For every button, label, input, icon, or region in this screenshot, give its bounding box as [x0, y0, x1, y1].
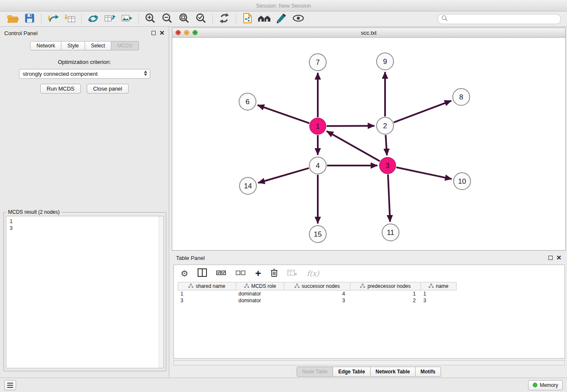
graph-node-label: 10 — [458, 177, 466, 185]
network-from-table-button[interactable] — [102, 13, 118, 25]
memory-label: Memory — [540, 382, 558, 388]
float-panel-icon[interactable] — [548, 256, 553, 260]
home-icon — [257, 13, 272, 25]
column-type-icon — [295, 283, 300, 289]
show-columns-button[interactable] — [198, 268, 207, 279]
result-scrollbar[interactable] — [159, 216, 163, 368]
table-panel-body: ⚙ + f(x) shared name MCDS role successor… — [173, 265, 565, 359]
control-panel-header: Control Panel ✕ — [0, 27, 169, 39]
selected-option: strongly connected component — [23, 71, 98, 77]
window-titlebar: Session: New Session — [0, 0, 567, 11]
delete-table-button[interactable] — [287, 269, 297, 278]
import-network-icon — [47, 13, 59, 25]
graph-node-label: 3 — [385, 162, 389, 170]
zoom-selected-icon — [195, 13, 206, 25]
zoom-fit-icon — [179, 13, 190, 25]
table-row[interactable]: 3 dominator 3 2 3 — [178, 297, 457, 304]
select-all-button[interactable] — [216, 269, 226, 278]
save-session-button[interactable] — [21, 13, 38, 25]
graph-node-label: 4 — [316, 162, 319, 170]
tab-network-table[interactable]: Network Table — [371, 367, 416, 377]
graph-edge-3-1[interactable] — [327, 131, 380, 161]
import-network-button[interactable] — [44, 13, 61, 25]
open-session-button[interactable] — [4, 13, 21, 25]
maximize-window-icon[interactable]: + — [193, 30, 198, 35]
close-panel-button[interactable]: Close panel — [87, 84, 129, 94]
export-document-button[interactable] — [239, 13, 256, 25]
search-input[interactable] — [448, 16, 557, 22]
close-panel-icon[interactable]: ✕ — [556, 256, 561, 260]
column-header-name[interactable]: name — [421, 282, 457, 290]
export-image-button[interactable] — [118, 13, 135, 25]
memory-button[interactable]: Memory — [528, 380, 563, 390]
graph-edge-3-11[interactable] — [388, 174, 390, 222]
toolbar-separator — [236, 14, 236, 25]
optimization-criterion-select[interactable]: strongly connected component — [19, 69, 150, 79]
column-header-shared-name[interactable]: shared name — [178, 282, 236, 290]
control-panel: Control Panel ✕ Network Style Select MCD… — [0, 27, 169, 377]
graph-edge-2-8[interactable] — [394, 101, 451, 122]
column-header-predecessor-nodes[interactable]: predecessor nodes — [350, 282, 421, 290]
image-export-icon — [121, 13, 133, 25]
zoom-out-button[interactable] — [159, 13, 176, 25]
mcds-result-group: MCDS result (2 nodes) 1 3 — [3, 212, 166, 371]
show-hide-button[interactable] — [290, 13, 307, 25]
tab-network[interactable]: Network — [30, 41, 61, 50]
document-share-icon — [242, 13, 253, 25]
table-row[interactable]: 1 dominator 4 1 1 — [178, 290, 457, 297]
close-window-icon[interactable]: × — [176, 30, 181, 35]
network-canvas[interactable]: 7968124314101511 — [172, 38, 565, 250]
network-graph[interactable]: 7968124314101511 — [172, 38, 565, 250]
column-header-successor-nodes[interactable]: successor nodes — [284, 282, 350, 290]
mcds-result-box[interactable]: 1 3 — [6, 216, 164, 368]
graph-edge-3-10[interactable] — [396, 167, 452, 179]
zoom-in-button[interactable] — [142, 13, 159, 25]
tab-edge-table[interactable]: Edge Table — [333, 367, 370, 377]
search-field[interactable] — [438, 14, 561, 24]
column-header-mcds-role[interactable]: MCDS role — [236, 282, 284, 290]
table-horizontal-scrollbar[interactable] — [173, 360, 565, 365]
network-table-icon — [104, 13, 116, 25]
tab-node-table[interactable]: Node Table — [297, 367, 333, 377]
import-table-button[interactable] — [61, 13, 78, 25]
graph-node-label: 14 — [244, 182, 252, 190]
deselect-all-button[interactable] — [236, 269, 246, 278]
zoom-out-icon — [162, 13, 173, 25]
graph-edge-1-2[interactable] — [327, 126, 374, 126]
style-brush-icon — [276, 13, 287, 25]
tab-mcds[interactable]: MCDS — [111, 41, 138, 50]
function-builder-button[interactable]: f(x) — [307, 269, 319, 278]
new-network-button[interactable] — [85, 13, 102, 25]
float-panel-icon[interactable] — [151, 31, 156, 35]
table-panel: Table Panel ✕ ⚙ + f(x) shared name — [172, 252, 566, 376]
graph-edge-2-3[interactable] — [385, 135, 387, 155]
tab-select[interactable]: Select — [85, 41, 111, 50]
window-title: Session: New Session — [256, 3, 311, 9]
mcds-result-title: MCDS result (2 nodes) — [6, 209, 61, 215]
graph-edge-4-14[interactable] — [258, 168, 309, 183]
main-toolbar — [0, 12, 567, 27]
tab-style[interactable]: Style — [61, 41, 85, 50]
network-window-titlebar[interactable]: × – + scc.txt — [172, 28, 565, 38]
delete-column-button[interactable] — [270, 268, 278, 279]
create-column-button[interactable]: + — [255, 269, 261, 278]
table-settings-button[interactable]: ⚙ — [181, 268, 188, 279]
home-button[interactable] — [256, 13, 273, 25]
minimize-window-icon[interactable]: – — [184, 30, 189, 35]
run-mcds-button[interactable]: Run MCDS — [40, 84, 81, 94]
graph-edge-1-6[interactable] — [258, 105, 310, 123]
memory-status-icon — [533, 383, 537, 387]
apply-layout-button[interactable] — [216, 13, 233, 25]
fx-icon: f(x) — [307, 269, 319, 278]
table-toolbar: ⚙ + f(x) — [174, 265, 564, 282]
open-folder-icon — [7, 14, 19, 25]
close-panel-icon[interactable]: ✕ — [159, 31, 165, 35]
table-tabs: Node Table Edge Table Network Table Moti… — [172, 367, 566, 377]
zoom-selected-button[interactable] — [193, 13, 209, 25]
apply-style-button[interactable] — [273, 13, 290, 25]
task-history-button[interactable] — [4, 380, 16, 390]
zoom-fit-button[interactable] — [176, 13, 193, 25]
toolbar-separator — [81, 14, 82, 25]
tab-motifs[interactable]: Motifs — [416, 367, 441, 377]
column-type-icon — [360, 283, 365, 289]
